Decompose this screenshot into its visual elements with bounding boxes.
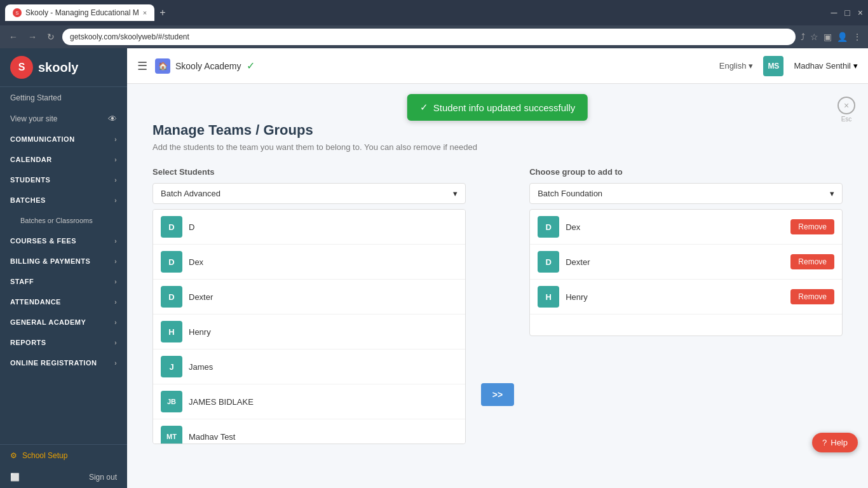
esc-button[interactable]: × Esc — [837, 97, 855, 123]
sidebar-item-calendar[interactable]: CALENDAR › — [0, 149, 127, 170]
sidebar-item-staff[interactable]: STAFF › — [0, 271, 127, 292]
profile-icon[interactable]: 👤 — [837, 32, 848, 42]
student-list[interactable]: D D D Dex D Dexter — [153, 209, 466, 444]
list-item[interactable]: JB JAMES BIDLAKE — [153, 384, 465, 419]
user-menu[interactable]: Madhav Senthil ▾ — [794, 61, 858, 71]
bookmark-icon[interactable]: ☆ — [810, 32, 818, 42]
success-notification: ✓ Student info updated successfully — [407, 94, 588, 121]
staff-chevron: › — [114, 278, 117, 285]
view-site-label: View your site — [10, 114, 57, 123]
sidebar-item-courses-fees[interactable]: COURSES & FEES › — [0, 231, 127, 251]
sign-out-label: Sign out — [89, 473, 117, 482]
right-column: Choose group to add to Batch Foundation … — [529, 167, 843, 444]
user-name: Madhav Senthil — [794, 61, 851, 71]
sidebar-item-getting-started[interactable]: Getting Started — [0, 87, 127, 109]
language-chevron: ▾ — [749, 61, 753, 71]
sidebar-item-communication[interactable]: COMMUNICATION › — [0, 129, 127, 149]
back-btn[interactable]: ← — [6, 30, 20, 43]
remove-henry-button[interactable]: Remove — [790, 289, 834, 304]
list-item[interactable]: D Dexter — [153, 280, 465, 315]
success-check-icon: ✓ — [420, 102, 428, 113]
online-registration-chevron: › — [114, 360, 117, 367]
sidebar-bottom: ⚙ School Setup ⬜ Sign out — [0, 444, 127, 488]
list-item[interactable]: D D — [153, 210, 465, 245]
language-selector[interactable]: English ▾ — [719, 61, 754, 71]
page-subtitle: Add the students to the team you want th… — [153, 142, 843, 152]
reports-label: REPORTS — [10, 339, 46, 346]
sign-out-icon: ⬜ — [10, 473, 20, 482]
list-item[interactable]: D Dex — [153, 245, 465, 280]
reports-chevron: › — [114, 339, 117, 346]
refresh-btn[interactable]: ↻ — [44, 30, 57, 43]
batch-advanced-dropdown[interactable]: Batch Advanced ▾ — [153, 183, 466, 204]
billing-chevron: › — [114, 258, 117, 265]
batch-foundation-value: Batch Foundation — [538, 189, 602, 198]
sidebar-toggle-icon[interactable]: ▣ — [824, 32, 832, 42]
sidebar-item-reports[interactable]: REPORTS › — [0, 332, 127, 353]
communication-label: COMMUNICATION — [10, 135, 75, 143]
student-name: Henry — [566, 292, 784, 302]
school-setup-item[interactable]: ⚙ School Setup — [0, 445, 127, 466]
sidebar-item-batches[interactable]: BATCHES › — [0, 190, 127, 210]
courses-fees-chevron: › — [114, 238, 117, 245]
address-bar[interactable]: getskooly.com/skoolyweb/#/student — [62, 29, 796, 45]
eye-icon: 👁 — [108, 114, 117, 124]
online-registration-label: ONLINE REGISTRATION — [10, 359, 97, 367]
general-academy-label: GENERAL ACADEMY — [10, 318, 86, 326]
remove-dex-button[interactable]: Remove — [790, 219, 834, 234]
batch-foundation-dropdown[interactable]: Batch Foundation ▾ — [529, 183, 843, 204]
tab-close-btn[interactable]: × — [143, 9, 147, 17]
list-item[interactable]: MT Madhav Test — [153, 419, 465, 444]
new-tab-btn[interactable]: + — [159, 7, 165, 18]
success-message: Student info updated successfully — [433, 102, 575, 113]
page-content: × Esc Manage Teams / Groups Add the stud… — [127, 84, 868, 457]
gear-icon: ⚙ — [10, 451, 17, 460]
sidebar-item-general-academy[interactable]: GENERAL ACADEMY › — [0, 312, 127, 332]
two-column-layout: Select Students Batch Advanced ▾ D D D — [153, 167, 843, 444]
menu-icon[interactable]: ⋮ — [853, 32, 862, 42]
remove-dexter-button[interactable]: Remove — [790, 254, 834, 269]
school-badge: 🏠 Skooly Academy ✓ — [155, 58, 255, 74]
share-icon[interactable]: ⤴ — [801, 32, 805, 42]
sidebar-item-billing-payments[interactable]: BILLING & PAYMENTS › — [0, 251, 127, 271]
sidebar-item-attendance[interactable]: ATTENDANCE › — [0, 292, 127, 312]
attendance-chevron: › — [114, 299, 117, 306]
calendar-label: CALENDAR — [10, 156, 52, 163]
browser-title-bar: S Skooly - Managing Educational M × + ─ … — [0, 0, 868, 25]
browser-tab[interactable]: S Skooly - Managing Educational M × — [5, 4, 154, 21]
getting-started-label: Getting Started — [10, 93, 62, 102]
student-name: Henry — [189, 327, 211, 337]
content-area: ☰ 🏠 Skooly Academy ✓ English ▾ MS Madhav… — [127, 48, 868, 488]
avatar: J — [161, 356, 182, 377]
student-name: Dexter — [189, 292, 213, 302]
address-text: getskooly.com/skoolyweb/#/student — [70, 32, 189, 41]
student-name: JAMES BIDLAKE — [189, 397, 254, 407]
forward-btn[interactable]: → — [25, 30, 39, 43]
sidebar-item-students[interactable]: STUDENTS › — [0, 170, 127, 190]
tab-favicon: S — [13, 8, 22, 17]
avatar: D — [538, 251, 559, 273]
sidebar-item-batches-classrooms[interactable]: Batches or Classrooms — [0, 210, 127, 231]
sidebar-item-online-registration[interactable]: ONLINE REGISTRATION › — [0, 353, 127, 373]
list-item[interactable]: J James — [153, 349, 465, 384]
sign-out-item[interactable]: ⬜ Sign out — [0, 466, 127, 488]
batches-classrooms-label: Batches or Classrooms — [20, 217, 93, 224]
close-btn[interactable]: × — [858, 8, 863, 18]
student-name: Madhav Test — [189, 432, 235, 442]
billing-payments-label: BILLING & PAYMENTS — [10, 257, 90, 265]
avatar: JB — [161, 391, 182, 412]
school-icon: 🏠 — [155, 58, 170, 74]
help-button[interactable]: ? Help — [812, 433, 858, 452]
minimize-btn[interactable]: ─ — [831, 8, 837, 18]
hamburger-menu[interactable]: ☰ — [137, 59, 147, 73]
add-to-group-button[interactable]: >> — [481, 383, 514, 406]
sidebar-view-site[interactable]: View your site 👁 — [0, 109, 127, 129]
communication-chevron: › — [114, 136, 117, 143]
student-name: Dexter — [566, 257, 784, 267]
list-item[interactable]: H Henry — [153, 315, 465, 349]
calendar-chevron: › — [114, 156, 117, 163]
arrow-column: >> — [481, 167, 514, 444]
avatar: D — [161, 251, 182, 273]
maximize-btn[interactable]: □ — [844, 8, 850, 18]
logo-text: skooly — [38, 60, 78, 75]
